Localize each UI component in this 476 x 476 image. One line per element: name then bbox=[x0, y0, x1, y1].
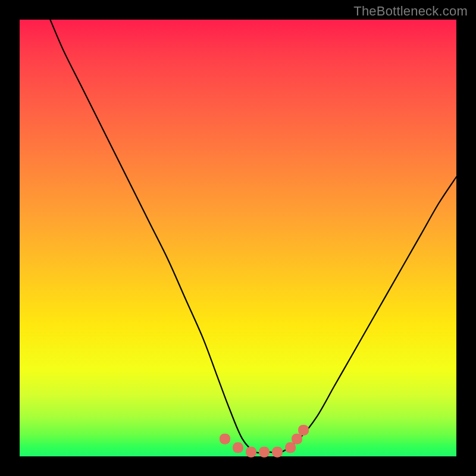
flat-region-dot bbox=[292, 434, 302, 444]
flat-region-dots bbox=[220, 425, 309, 458]
flat-region-dot bbox=[233, 442, 243, 453]
flat-region-dot bbox=[246, 447, 256, 458]
flat-region-dot bbox=[285, 442, 296, 453]
chart-frame: TheBottleneck.com bbox=[0, 0, 476, 476]
curve-svg bbox=[20, 20, 456, 456]
bottleneck-curve bbox=[50, 20, 456, 453]
flat-region-dot bbox=[220, 434, 230, 444]
plot-area bbox=[20, 20, 456, 456]
watermark-text: TheBottleneck.com bbox=[353, 4, 468, 19]
flat-region-dot bbox=[298, 425, 309, 436]
flat-region-dot bbox=[272, 447, 283, 458]
flat-region-dot bbox=[259, 447, 270, 458]
